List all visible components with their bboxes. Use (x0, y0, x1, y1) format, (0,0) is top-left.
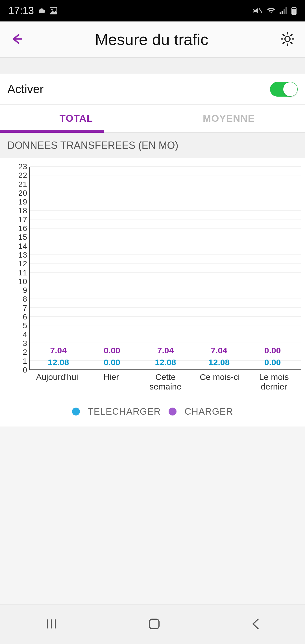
x-tick: Hier (87, 372, 136, 398)
bar-label-download: 0.00 (104, 358, 120, 367)
signal-icon (280, 7, 287, 14)
tab-total[interactable]: TOTAL (0, 105, 152, 132)
svg-point-1 (51, 9, 53, 10)
spacer (0, 58, 305, 74)
legend: TELECHARGER CHARGER (4, 406, 301, 424)
svg-rect-9 (292, 9, 296, 14)
mute-vibrate-icon (253, 7, 263, 15)
svg-line-18 (291, 34, 292, 36)
legend-dot-upload (169, 408, 177, 415)
svg-rect-22 (149, 619, 159, 629)
svg-line-2 (259, 8, 262, 13)
legend-label-download: TELECHARGER (88, 406, 161, 417)
svg-line-16 (291, 42, 292, 44)
bar-label-download: 0.00 (264, 358, 281, 367)
bar-label-download: 12.08 (208, 358, 230, 367)
activate-toggle[interactable] (270, 82, 298, 97)
recents-icon[interactable] (45, 617, 58, 632)
section-label: DONNEES TRANSFEREES (EN MO) (0, 133, 305, 158)
svg-rect-6 (286, 7, 287, 14)
svg-rect-3 (280, 12, 281, 14)
cloud-icon (38, 8, 46, 14)
tab-average[interactable]: MOYENNE (152, 105, 305, 132)
svg-line-17 (283, 42, 284, 44)
x-axis: Aujourd'huiHierCette semaineCe mois-ciLe… (4, 372, 301, 398)
legend-label-upload: CHARGER (184, 406, 233, 417)
home-icon[interactable] (148, 617, 161, 632)
status-time: 17:13 (8, 5, 34, 17)
svg-rect-5 (284, 9, 285, 14)
page-title: Mesure du trafic (23, 30, 280, 49)
y-axis: 23222120191817161514131211109876543210 (4, 167, 30, 370)
chart-area: 23222120191817161514131211109876543210 7… (4, 167, 301, 370)
svg-line-15 (283, 34, 284, 36)
legend-dot-download (72, 408, 80, 415)
bar-label-upload: 0.00 (264, 346, 281, 355)
bar-label-upload: 7.04 (50, 346, 67, 355)
x-tick: Cette semaine (141, 372, 190, 398)
bar-label-upload: 7.04 (211, 346, 227, 355)
activate-label: Activer (7, 82, 43, 96)
bar-label-download: 12.08 (155, 358, 176, 367)
gear-icon[interactable] (280, 32, 295, 47)
bar-label-upload: 0.00 (104, 346, 120, 355)
back-nav-icon[interactable] (250, 617, 260, 632)
x-tick: Le mois dernier (250, 372, 299, 398)
app-header: Mesure du trafic (0, 21, 305, 58)
chart-panel: 23222120191817161514131211109876543210 7… (0, 158, 305, 427)
x-tick: Ce mois-ci (195, 372, 244, 398)
activate-row: Activer (0, 74, 305, 105)
back-arrow-icon[interactable] (10, 32, 23, 47)
tabs: TOTAL MOYENNE (0, 105, 305, 133)
android-nav-bar (0, 604, 305, 644)
bar-label-upload: 7.04 (157, 346, 174, 355)
svg-point-10 (285, 36, 290, 42)
status-bar: 17:13 (0, 0, 305, 21)
wifi-icon (267, 7, 276, 14)
image-icon (50, 7, 57, 14)
svg-rect-4 (282, 11, 283, 14)
bar-label-download: 12.08 (48, 358, 69, 367)
plot-area: 7.0412.080.000.007.0412.087.0412.080.000… (30, 167, 301, 370)
battery-icon (291, 7, 297, 15)
x-tick: Aujourd'hui (33, 372, 82, 398)
